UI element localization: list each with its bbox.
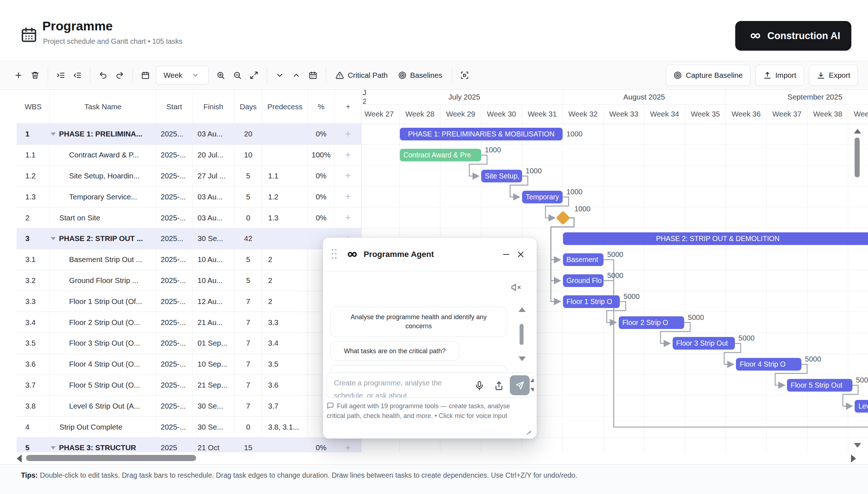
vscroll-up-arrow[interactable] — [854, 129, 861, 134]
capture-baseline-button[interactable]: Capture Baseline — [666, 65, 750, 86]
input-scroll-down-arrow[interactable] — [530, 388, 534, 392]
add-task-button[interactable] — [10, 67, 27, 84]
export-button[interactable]: Export — [809, 65, 858, 86]
timescale-select[interactable]: Week — [156, 66, 209, 85]
row-add-button[interactable]: + — [335, 166, 361, 186]
hscroll-left-arrow[interactable] — [17, 455, 22, 463]
timescale-value: Week — [164, 71, 182, 80]
resize-handle[interactable] — [526, 427, 532, 434]
column-header-finish[interactable]: Finish — [192, 90, 234, 123]
collapse-chevron-icon[interactable] — [51, 132, 56, 136]
table-row-task-3.4[interactable]: 3.4Floor 2 Strip Out (O...2025-...21 Au.… — [17, 312, 361, 333]
screenshot-button[interactable] — [456, 67, 473, 84]
table-row-task-3.6[interactable]: 3.6Floor 4 Strip Out (O...2025-...10 Sep… — [17, 354, 361, 375]
minimize-icon[interactable] — [499, 247, 513, 262]
table-row-task-3[interactable]: 3PHASE 2: STRIP OUT ...2025...30 Se...42… — [17, 228, 361, 249]
column-header-task-name[interactable]: Task Name — [50, 90, 156, 123]
gantt-bar-temp[interactable]: Temporary — [522, 191, 563, 203]
table-row-task-3.1[interactable]: 3.1Basement Strip Out ...2025-...10 Au..… — [17, 249, 361, 270]
cell-days: 7 — [234, 312, 262, 333]
table-row-task-3.3[interactable]: 3.3Floor 1 Strip Out (Of...2025-...12 Au… — [17, 291, 361, 312]
gantt-bar-level6[interactable]: Level 6 — [855, 400, 868, 413]
redo-button[interactable] — [111, 67, 128, 84]
baselines-toggle[interactable]: Baselines — [393, 71, 448, 80]
microphone-icon[interactable] — [474, 381, 484, 391]
suggestion-chip[interactable]: Analyse the programme health and identif… — [330, 307, 507, 337]
table-row-task-5[interactable]: 5PHASE 3: STRUCTUR202521 Oct150%+ — [17, 438, 361, 452]
capture-baseline-label: Capture Baseline — [686, 71, 742, 80]
construction-ai-button[interactable]: Construction AI — [735, 21, 851, 51]
table-row-task-3.8[interactable]: 3.8Level 6 Strip Out (A...2025-...30 Se.… — [17, 396, 361, 417]
hscroll-right-arrow[interactable] — [851, 455, 856, 463]
agent-footer-note: Full agent with 19 programme tools — cre… — [327, 401, 528, 421]
cell-percent: 0% — [308, 438, 335, 452]
indent-button[interactable] — [52, 67, 69, 84]
gantt-bar-site[interactable]: Site Setup, — [481, 170, 522, 182]
add-column-button[interactable]: + — [335, 90, 361, 123]
agent-scroll-down-arrow[interactable] — [518, 356, 526, 361]
close-icon[interactable] — [513, 247, 528, 262]
table-row-task-3.2[interactable]: 3.2Ground Floor Strip ...2025-...10 Au..… — [17, 270, 361, 291]
import-button[interactable]: Import — [755, 65, 804, 86]
gantt-bar-basement[interactable]: Basement — [563, 253, 604, 266]
table-row-task-1.2[interactable]: 1.2Site Setup, Hoardin...2025-...27 Jul … — [17, 166, 361, 187]
timescale-calendar-icon[interactable] — [137, 67, 154, 84]
column-header-start[interactable]: Start — [156, 90, 192, 123]
gantt-bar-phase1[interactable]: PHASE 1: PRELIMINARIES & MOBILISATION — [400, 128, 563, 140]
warning-triangle-icon — [335, 71, 344, 80]
expand-all-button[interactable] — [288, 67, 305, 84]
cell-start: 2025-... — [156, 375, 192, 396]
table-row-task-1.3[interactable]: 1.3Temporary Service...2025-...03 Au...5… — [17, 186, 361, 207]
vscroll-thumb[interactable] — [855, 138, 860, 177]
vscroll-down-arrow[interactable] — [854, 443, 861, 448]
send-button[interactable] — [510, 375, 530, 395]
gantt-bar-floor2[interactable]: Floor 2 Strip O — [619, 316, 684, 329]
suggestion-chip[interactable]: What tasks are on the critical path? — [330, 341, 459, 361]
delete-task-button[interactable] — [27, 67, 43, 84]
gantt-bar-floor1[interactable]: Floor 1 Strip O — [563, 295, 620, 308]
timeline-week-label: Week 30 — [481, 104, 522, 124]
row-add-button[interactable]: + — [335, 145, 361, 165]
attach-upload-icon[interactable] — [494, 381, 504, 391]
row-add-button[interactable]: + — [335, 186, 361, 207]
gantt-bar-ground[interactable]: Ground Flo — [563, 274, 604, 287]
suggestion-chip-clipped[interactable] — [330, 365, 507, 372]
fit-view-button[interactable] — [246, 67, 262, 84]
timeline-week-label: Week 38 — [808, 104, 848, 124]
table-row-task-2[interactable]: 2Start on Site2025-...03 Au...01.30%+ — [17, 207, 361, 228]
column-header-wbs[interactable]: WBS — [17, 90, 50, 123]
row-add-button[interactable]: + — [335, 207, 361, 228]
agent-scroll-up-arrow[interactable] — [518, 307, 526, 312]
agent-scroll-thumb[interactable] — [520, 324, 524, 345]
gantt-bar-contract[interactable]: Contract Award & Pre — [400, 149, 481, 161]
hscroll-thumb[interactable] — [26, 455, 196, 461]
collapse-all-button[interactable] — [271, 67, 288, 84]
zoom-out-button[interactable] — [229, 67, 246, 84]
table-row-task-3.5[interactable]: 3.5Floor 3 Strip Out (O...2025-...01 Sep… — [17, 333, 361, 354]
zoom-in-button[interactable] — [212, 67, 229, 84]
table-row-task-1[interactable]: 1PHASE 1: PRELIMINA...2025...03 Au...200… — [17, 124, 361, 145]
agent-input-box[interactable]: Create a programme, analyse the schedule… — [326, 372, 534, 398]
gantt-bar-phase2[interactable]: PHASE 2: STRIP OUT & DEMOLITION — [563, 232, 868, 245]
gantt-bar-floor3[interactable]: Floor 3 Strip Out — [673, 337, 735, 350]
column-header-predecess[interactable]: Predecess — [262, 90, 308, 123]
collapse-chevron-icon[interactable] — [51, 237, 56, 240]
row-add-button[interactable]: + — [335, 438, 361, 452]
table-row-task-4[interactable]: 4Strip Out Complete2025-...30 Se...03.8,… — [17, 417, 361, 438]
go-to-today-button[interactable] — [305, 67, 321, 84]
table-row-task-1.1[interactable]: 1.1Contract Award & P...2025-...20 Jul..… — [17, 145, 361, 166]
column-header-days[interactable]: Days — [234, 90, 262, 123]
gantt-bar-floor5[interactable]: Floor 5 Strip Out — [787, 379, 852, 392]
undo-button[interactable] — [95, 67, 111, 84]
outdent-button[interactable] — [69, 67, 86, 84]
cell-wbs: 3.1 — [17, 249, 50, 270]
row-add-button[interactable]: + — [335, 124, 361, 144]
table-row-task-3.7[interactable]: 3.7Floor 5 Strip Out (O...2025-...21 Sep… — [17, 375, 361, 396]
input-scroll-up-arrow[interactable] — [530, 379, 534, 382]
column-header--[interactable]: % — [308, 90, 335, 123]
gantt-bar-floor4[interactable]: Floor 4 Strip O — [736, 358, 801, 371]
collapse-chevron-icon[interactable] — [51, 446, 56, 449]
mute-speaker-icon[interactable] — [511, 282, 521, 293]
critical-path-toggle[interactable]: Critical Path — [330, 71, 393, 80]
drag-handle-icon[interactable] — [332, 249, 337, 260]
